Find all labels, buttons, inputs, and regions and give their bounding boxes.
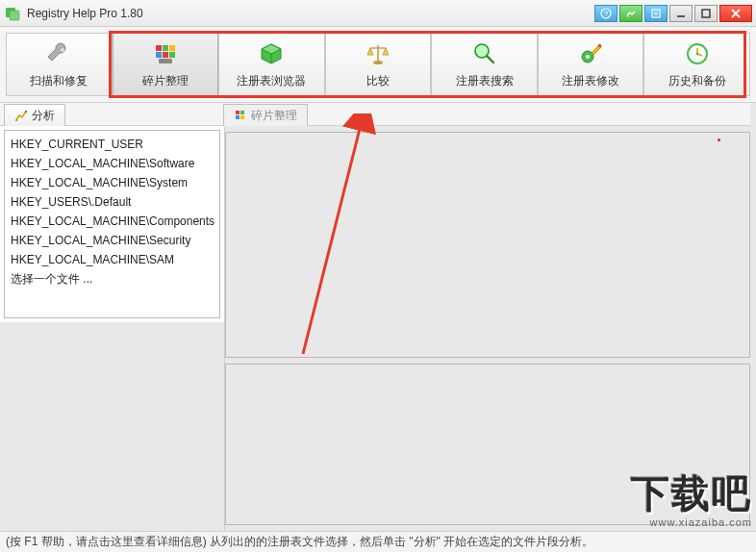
window-buttons: ? (594, 5, 752, 22)
list-item[interactable]: HKEY_LOCAL_MACHINE\Components (11, 212, 214, 231)
tab-analyze[interactable]: 分析 (4, 104, 65, 126)
toolbar-label: 碎片整理 (142, 73, 189, 89)
content-area: 分析 HKEY_CURRENT_USER HKEY_LOCAL_MACHINE\… (0, 103, 756, 531)
toolbar-label: 历史和备份 (668, 73, 726, 89)
status-bar: (按 F1 帮助，请点击这里查看详细信息) 从列出的的注册表文件选择，然后单击 … (0, 531, 756, 552)
lower-result-pane (225, 364, 750, 525)
scan-repair-button[interactable]: 扫描和修复 (6, 33, 113, 96)
list-item[interactable]: HKEY_USERS\.Default (11, 192, 214, 212)
svg-rect-9 (702, 10, 710, 17)
minimize-button[interactable] (669, 5, 693, 22)
svg-rect-16 (156, 52, 162, 58)
close-button[interactable] (719, 5, 752, 22)
defrag-button[interactable]: 碎片整理 (113, 33, 219, 96)
wrench-icon (45, 40, 72, 67)
defrag-icon (152, 40, 179, 67)
titlebar: Registry Help Pro 1.80 ? (0, 0, 756, 27)
list-item[interactable]: HKEY_LOCAL_MACHINE\System (11, 173, 214, 192)
svg-text:?: ? (604, 10, 609, 18)
toolbar-label: 比较 (366, 73, 390, 89)
edit-gear-icon (577, 40, 604, 67)
right-tabs: 碎片整理 (219, 103, 750, 126)
tab-defrag[interactable]: 碎片整理 (223, 104, 308, 126)
list-item[interactable]: 选择一个文件 ... (11, 269, 214, 289)
registry-edit-button[interactable]: 注册表修改 (538, 33, 644, 96)
svg-rect-18 (169, 52, 175, 58)
tab-label: 分析 (32, 108, 55, 124)
svg-point-23 (373, 61, 383, 64)
svg-point-32 (695, 52, 698, 55)
app-icon (4, 5, 21, 22)
clock-icon (684, 40, 711, 67)
svg-rect-38 (240, 115, 244, 119)
svg-rect-35 (236, 111, 239, 114)
right-panel: 碎片整理 (225, 103, 756, 531)
list-item[interactable]: HKEY_CURRENT_USER (11, 135, 214, 154)
svg-rect-15 (169, 45, 175, 51)
list-item[interactable]: HKEY_LOCAL_MACHINE\Software (11, 154, 214, 173)
svg-line-39 (303, 125, 361, 354)
scales-icon (365, 40, 391, 67)
svg-point-4 (627, 14, 629, 16)
left-tabs: 分析 (0, 103, 224, 126)
titlebar-help-button-1[interactable]: ? (594, 5, 617, 22)
left-panel: 分析 HKEY_CURRENT_USER HKEY_LOCAL_MACHINE\… (0, 103, 225, 531)
registry-search-button[interactable]: 注册表搜索 (431, 33, 538, 96)
svg-rect-17 (163, 52, 168, 58)
svg-line-25 (487, 56, 493, 63)
toolbar-label: 扫描和修复 (30, 73, 88, 89)
svg-point-27 (586, 55, 590, 59)
analyze-icon (14, 109, 28, 122)
svg-rect-37 (236, 115, 239, 119)
compare-button[interactable]: 比较 (325, 33, 432, 96)
left-spacer (0, 322, 224, 531)
list-item[interactable]: HKEY_LOCAL_MACHINE\Security (11, 231, 214, 250)
registry-file-list[interactable]: HKEY_CURRENT_USER HKEY_LOCAL_MACHINE\Sof… (4, 130, 220, 318)
toolbar-label: 注册表浏览器 (237, 73, 306, 89)
toolbar-label: 注册表修改 (562, 73, 619, 89)
titlebar-tool-button[interactable] (619, 5, 643, 22)
annotation-arrow (226, 113, 515, 373)
svg-rect-13 (156, 45, 162, 51)
window-title: Registry Help Pro 1.80 (27, 7, 594, 20)
list-item[interactable]: HKEY_LOCAL_MACHINE\SAM (11, 250, 214, 269)
svg-rect-1 (10, 11, 19, 20)
annotation-dot (718, 138, 720, 141)
svg-rect-14 (163, 45, 168, 51)
status-text: (按 F1 帮助，请点击这里查看详细信息) 从列出的的注册表文件选择，然后单击 … (6, 534, 593, 550)
magnifier-icon (471, 40, 498, 67)
main-toolbar: 扫描和修复 碎片整理 注册表浏览器 比较 注册表搜索 注册表修改 历史和备份 (6, 33, 750, 96)
registry-browser-button[interactable]: 注册表浏览器 (218, 33, 325, 96)
cube-icon (258, 40, 285, 67)
svg-rect-36 (240, 111, 244, 114)
svg-point-12 (61, 48, 64, 52)
defrag-small-icon (234, 109, 247, 122)
toolbar-container: 扫描和修复 碎片整理 注册表浏览器 比较 注册表搜索 注册表修改 历史和备份 (0, 27, 756, 103)
svg-rect-19 (159, 59, 172, 63)
titlebar-info-button[interactable] (644, 5, 668, 22)
toolbar-label: 注册表搜索 (456, 73, 514, 89)
tab-label: 碎片整理 (251, 108, 297, 124)
upper-result-pane (225, 132, 750, 358)
maximize-button[interactable] (694, 5, 718, 22)
svg-rect-5 (652, 10, 660, 17)
history-backup-button[interactable]: 历史和备份 (643, 33, 750, 96)
